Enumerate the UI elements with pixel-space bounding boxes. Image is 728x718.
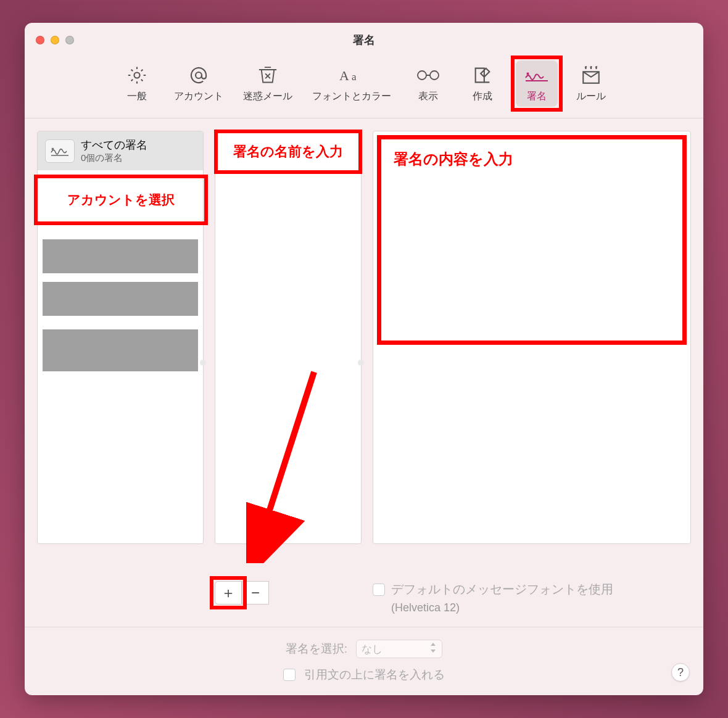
signature-name-hint: 署名の名前を入力 <box>214 130 362 174</box>
svg-text:a: a <box>352 71 357 83</box>
close-window-button[interactable] <box>36 36 44 44</box>
signatures-content: すべての署名 0個の署名 アカウントを選択 署名の名前を入力 署名の内容を入力 <box>25 118 703 587</box>
tab-junk-mail[interactable]: 迷惑メール <box>239 60 296 107</box>
tab-fonts-colors[interactable]: Aa フォントとカラー <box>308 60 395 107</box>
glasses-icon <box>415 64 441 86</box>
all-signatures-count: 0個の署名 <box>81 152 147 164</box>
column-resize-handle[interactable] <box>200 360 206 366</box>
account-row-placeholder[interactable] <box>43 239 198 273</box>
tab-accounts[interactable]: アカウント <box>170 60 227 107</box>
at-sign-icon <box>188 64 209 86</box>
use-default-font-label: デフォルトのメッセージフォントを使用 <box>391 581 613 598</box>
column-resize-handle[interactable] <box>358 360 364 366</box>
choose-signature-select[interactable]: なし <box>356 640 442 658</box>
tab-composing[interactable]: 作成 <box>461 60 503 107</box>
signature-names-column[interactable]: 署名の名前を入力 <box>215 131 362 544</box>
tab-signatures-highlight: 署名 <box>516 60 558 107</box>
signature-thumb-icon <box>45 139 75 163</box>
use-default-font-row: デフォルトのメッセージフォントを使用 <box>373 581 691 598</box>
choose-signature-value: なし <box>362 642 383 656</box>
preferences-window: 署名 一般 アカウント 迷惑メール Aa フォントとカラー <box>25 23 703 695</box>
annotation-arrow <box>246 366 320 563</box>
all-signatures-item[interactable]: すべての署名 0個の署名 <box>38 131 203 170</box>
account-row-placeholder[interactable] <box>43 329 198 371</box>
choose-signature-label: 署名を選択: <box>286 641 347 657</box>
svg-point-0 <box>134 72 139 78</box>
account-row-placeholder[interactable] <box>43 282 198 316</box>
svg-point-4 <box>418 71 426 80</box>
signature-body-hint: 署名の内容を入力 <box>377 135 687 345</box>
window-controls <box>36 36 74 44</box>
accounts-column: すべての署名 0個の署名 アカウントを選択 <box>37 131 204 544</box>
tab-general[interactable]: 一般 <box>116 60 158 107</box>
zoom-window-button[interactable] <box>65 36 74 44</box>
place-above-quote-checkbox[interactable] <box>283 669 296 681</box>
trash-x-icon <box>257 64 279 86</box>
use-default-font-checkbox[interactable] <box>373 584 385 596</box>
all-signatures-label: すべての署名 <box>81 138 147 152</box>
svg-point-5 <box>430 71 439 80</box>
below-columns-row: ＋ − デフォルトのメッセージフォントを使用 (Helvetica 12) <box>25 581 703 627</box>
default-font-note: (Helvetica 12) <box>373 601 691 614</box>
select-arrows-icon <box>429 643 437 656</box>
gear-icon <box>126 64 147 86</box>
titlebar: 署名 <box>25 23 703 57</box>
preferences-toolbar: 一般 アカウント 迷惑メール Aa フォントとカラー 表示 <box>25 57 703 118</box>
tab-viewing[interactable]: 表示 <box>407 60 449 107</box>
signature-body-column[interactable]: 署名の内容を入力 <box>373 131 691 544</box>
help-button[interactable]: ? <box>671 663 690 682</box>
svg-point-1 <box>196 72 202 78</box>
font-icon: Aa <box>338 64 365 86</box>
svg-text:A: A <box>339 68 349 83</box>
account-select-highlight: アカウントを選択 <box>34 175 208 225</box>
svg-line-9 <box>259 372 314 545</box>
window-title: 署名 <box>25 33 703 47</box>
compose-icon <box>472 64 493 86</box>
account-select-hint: アカウントを選択 <box>64 188 178 212</box>
rules-icon <box>581 64 602 86</box>
footer: 署名を選択: なし 引用文の上に署名を入れる ? <box>25 627 703 695</box>
add-remove-group: ＋ − <box>215 581 362 614</box>
remove-signature-button[interactable]: − <box>242 581 269 605</box>
tab-rules[interactable]: ルール <box>570 60 612 107</box>
minimize-window-button[interactable] <box>51 36 59 44</box>
place-above-quote-label: 引用文の上に署名を入れる <box>304 667 445 683</box>
add-signature-button[interactable]: ＋ <box>215 581 242 605</box>
